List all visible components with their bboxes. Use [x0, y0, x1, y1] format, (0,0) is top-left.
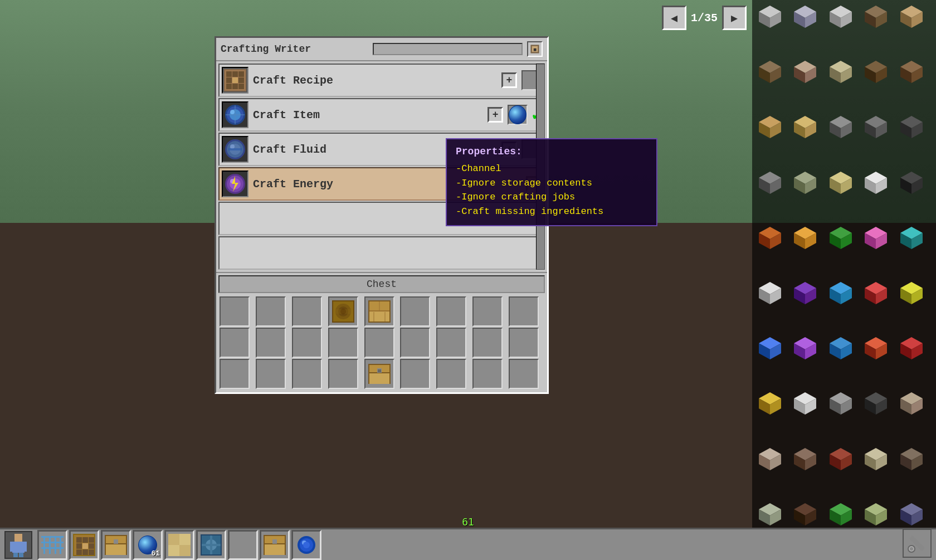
inv-slot-0-1[interactable] — [256, 296, 286, 327]
hotbar-slot-3[interactable]: 61 — [133, 530, 163, 560]
inv-slot-0-3[interactable] — [328, 296, 358, 327]
catalog-block-dark-wood2[interactable] — [792, 502, 818, 527]
craft-item-plus[interactable]: + — [488, 107, 503, 123]
hotbar-slot-5[interactable] — [196, 530, 226, 560]
player-icon — [4, 531, 32, 559]
inv-slot-0-8[interactable] — [509, 296, 539, 327]
inv-slot-0-7[interactable] — [472, 296, 503, 327]
inv-slot-2-5[interactable] — [400, 359, 430, 389]
catalog-block-diorite[interactable] — [757, 447, 783, 471]
catalog-block-orange-concrete[interactable] — [862, 336, 889, 361]
catalog-block-red-brick[interactable] — [827, 447, 854, 471]
catalog-block-quartz[interactable] — [862, 171, 889, 195]
inv-slot-1-3[interactable] — [328, 328, 358, 358]
svg-rect-162 — [226, 84, 232, 89]
catalog-block-wood-log[interactable] — [862, 4, 889, 29]
inv-slot-1-8[interactable] — [509, 328, 539, 358]
hotbar-slot-8[interactable] — [291, 530, 321, 560]
wrench-button[interactable] — [903, 529, 932, 558]
catalog-block-white-concrete[interactable] — [792, 391, 818, 416]
inv-slot-0-0[interactable] — [220, 296, 250, 327]
catalog-block-andesite[interactable] — [792, 447, 818, 471]
catalog-block-spruce-log[interactable] — [898, 60, 925, 84]
catalog-block-black-concrete[interactable] — [898, 171, 925, 195]
catalog-block-pink-wool[interactable] — [862, 226, 889, 250]
inv-slot-0-2[interactable] — [292, 296, 322, 327]
inv-slot-0-6[interactable] — [436, 296, 466, 327]
catalog-block-cobblestone[interactable] — [792, 4, 818, 29]
inv-slot-2-1[interactable] — [256, 359, 286, 389]
catalog-block-gold-block[interactable] — [757, 391, 783, 416]
inv-slot-2-6[interactable] — [436, 359, 466, 389]
prev-button[interactable]: ◀ — [662, 6, 686, 30]
catalog-block-birch-log[interactable] — [827, 60, 854, 84]
inv-slot-2-3[interactable] — [328, 359, 358, 389]
catalog-block-red-sandstone[interactable] — [757, 226, 783, 250]
catalog-block-stone2[interactable] — [827, 115, 854, 139]
inv-slot-1-5[interactable] — [400, 328, 430, 358]
inv-slot-0-4[interactable] — [364, 296, 394, 327]
catalog-block-dark-log[interactable] — [862, 60, 889, 84]
catalog-block-blue-concrete[interactable] — [827, 336, 854, 361]
inv-slot-2-4[interactable] — [364, 359, 394, 389]
catalog-block-sandstone2[interactable] — [862, 447, 889, 471]
inv-slot-2-7[interactable] — [472, 359, 503, 389]
catalog-block-purple-block[interactable] — [792, 336, 818, 361]
catalog-block-lime-green[interactable] — [827, 502, 854, 527]
svg-rect-244 — [210, 535, 212, 554]
catalog-block-gold-ore[interactable] — [792, 226, 818, 250]
hotbar-slot-4[interactable] — [164, 530, 194, 560]
hotbar-slot-0[interactable] — [37, 530, 67, 560]
svg-rect-215 — [49, 536, 51, 554]
hotbar-slot-6[interactable] — [228, 530, 258, 560]
catalog-block-amethyst[interactable] — [898, 502, 925, 527]
inv-slot-1-0[interactable] — [220, 328, 250, 358]
catalog-block-light-gray[interactable] — [827, 391, 854, 416]
craft-recipe-row[interactable]: Craft Recipe + — [218, 64, 545, 97]
next-button[interactable]: ▶ — [722, 6, 747, 30]
inv-slot-2-2[interactable] — [292, 359, 322, 389]
catalog-block-iron-ore[interactable] — [757, 171, 783, 195]
inv-slot-1-7[interactable] — [472, 328, 503, 358]
catalog-block-blue-wool[interactable] — [827, 281, 854, 305]
catalog-block-green-wool[interactable] — [827, 226, 854, 250]
inv-slot-2-8[interactable] — [509, 359, 539, 389]
hotbar-slot-7[interactable] — [260, 530, 290, 560]
craft-recipe-plus[interactable]: + — [501, 72, 517, 88]
catalog-block-sand-stone[interactable] — [757, 115, 783, 139]
catalog-block-red-wool[interactable] — [862, 281, 889, 305]
catalog-block-coal-ore[interactable] — [898, 115, 925, 139]
catalog-block-stone[interactable] — [757, 4, 783, 29]
catalog-block-wood-plank[interactable] — [898, 4, 925, 29]
catalog-block-lapis[interactable] — [757, 336, 783, 361]
title-input[interactable] — [373, 43, 523, 55]
catalog-block-dark-wood[interactable] — [757, 60, 783, 84]
catalog-block-gravel[interactable] — [827, 4, 854, 29]
inv-slot-1-4[interactable] — [364, 328, 394, 358]
inv-slot-1-1[interactable] — [256, 328, 286, 358]
catalog-block-cyan-wool[interactable] — [898, 226, 925, 250]
catalog-block-sand[interactable] — [792, 115, 818, 139]
craft-item-row[interactable]: Craft Item + ✔ — [218, 98, 545, 132]
inv-slot-1-6[interactable] — [436, 328, 466, 358]
catalog-block-white-wool[interactable] — [757, 281, 783, 305]
catalog-block-sponge[interactable] — [827, 171, 854, 195]
catalog-block-red-concrete[interactable] — [898, 336, 925, 361]
catalog-block-granite[interactable] — [898, 391, 925, 416]
catalog-block-yellow-wool[interactable] — [898, 281, 925, 305]
inv-slot-1-2[interactable] — [292, 328, 322, 358]
inv-slot-2-0[interactable] — [220, 359, 250, 389]
catalog-block-moss-block[interactable] — [862, 502, 889, 527]
catalog-block-dark-gray[interactable] — [862, 391, 889, 416]
hotbar-slot-2[interactable] — [101, 530, 131, 560]
catalog-block-green-stone[interactable] — [757, 502, 783, 527]
svg-rect-177 — [228, 148, 242, 150]
close-button[interactable]: ■ — [527, 41, 543, 57]
inv-slot-0-5[interactable] — [400, 296, 430, 327]
catalog-block-jungle-log[interactable] — [792, 60, 818, 84]
catalog-block-cobble2[interactable] — [862, 115, 889, 139]
catalog-block-mossy[interactable] — [792, 171, 818, 195]
hotbar-slot-1[interactable] — [69, 530, 99, 560]
catalog-block-dark-stone[interactable] — [898, 447, 925, 471]
catalog-block-purple-wool[interactable] — [792, 281, 818, 305]
